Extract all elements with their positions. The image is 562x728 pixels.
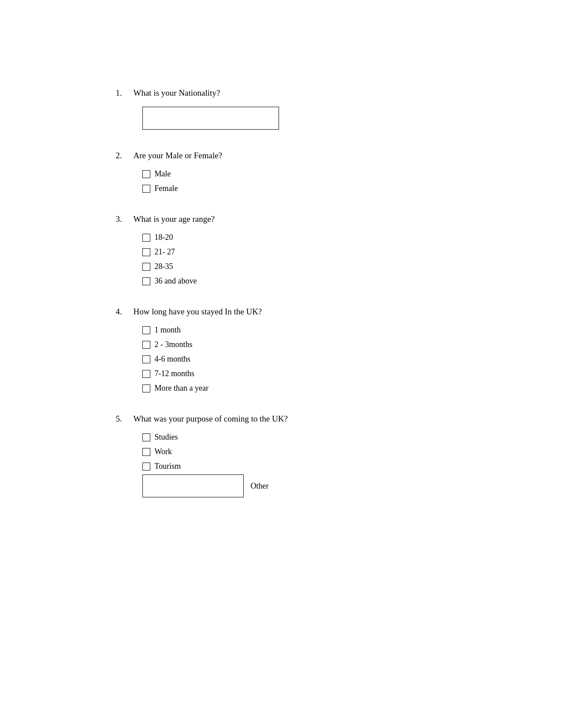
checkbox-more-than-year[interactable]: [142, 385, 150, 392]
checkbox-18-20[interactable]: [142, 234, 150, 242]
question-label-5: 5. What was your purpose of coming to th…: [116, 414, 447, 424]
question-text-5: What was your purpose of coming to the U…: [134, 414, 288, 424]
option-label-tourism: Tourism: [155, 462, 181, 471]
question-block-2: 2. Are your Male or Female? Male Female: [116, 151, 447, 193]
other-input[interactable]: [142, 474, 244, 497]
option-label-studies: Studies: [155, 433, 178, 442]
question-text-1: What is your Nationality?: [134, 88, 220, 98]
option-label-2-3-months: 2 - 3months: [155, 340, 193, 349]
list-item[interactable]: Tourism: [142, 462, 447, 471]
list-item[interactable]: 21- 27: [142, 247, 447, 257]
checkbox-36-above[interactable]: [142, 277, 150, 285]
duration-options: 1 month 2 - 3months 4-6 months 7-12 mont…: [142, 325, 447, 393]
question-number-1: 1.: [116, 88, 128, 98]
list-item[interactable]: Studies: [142, 433, 447, 442]
question-label-2: 2. Are your Male or Female?: [116, 151, 447, 161]
question-number-3: 3.: [116, 214, 128, 224]
other-label: Other: [251, 482, 269, 491]
other-input-row: Other: [142, 474, 447, 497]
list-item[interactable]: 1 month: [142, 325, 447, 335]
checkbox-2-3-months[interactable]: [142, 341, 150, 349]
question-label-3: 3. What is your age range?: [116, 214, 447, 224]
question-label-4: 4. How long have you stayed In the UK?: [116, 307, 447, 317]
option-label-18-20: 18-20: [155, 233, 173, 242]
question-label-1: 1. What is your Nationality?: [116, 88, 447, 98]
list-item[interactable]: Female: [142, 184, 447, 193]
option-label-21-27: 21- 27: [155, 247, 175, 257]
checkbox-21-27[interactable]: [142, 248, 150, 256]
list-item[interactable]: 28-35: [142, 262, 447, 271]
question-number-4: 4.: [116, 307, 128, 317]
list-item[interactable]: 7-12 months: [142, 369, 447, 378]
question-text-4: How long have you stayed In the UK?: [134, 307, 262, 317]
question-number-2: 2.: [116, 151, 128, 161]
question-block-4: 4. How long have you stayed In the UK? 1…: [116, 307, 447, 393]
age-options: 18-20 21- 27 28-35 36 and above: [142, 233, 447, 286]
list-item[interactable]: More than a year: [142, 384, 447, 393]
question-text-3: What is your age range?: [134, 214, 215, 224]
option-label-work: Work: [155, 447, 172, 456]
survey-container: 1. What is your Nationality? 2. Are your…: [116, 88, 447, 497]
checkbox-male[interactable]: [142, 170, 150, 178]
option-label-28-35: 28-35: [155, 262, 173, 271]
question-block-5: 5. What was your purpose of coming to th…: [116, 414, 447, 497]
checkbox-tourism[interactable]: [142, 463, 150, 470]
option-label-more-than-year: More than a year: [155, 384, 208, 393]
list-item[interactable]: 2 - 3months: [142, 340, 447, 349]
list-item[interactable]: Work: [142, 447, 447, 456]
checkbox-4-6-months[interactable]: [142, 355, 150, 363]
checkbox-28-35[interactable]: [142, 263, 150, 271]
option-label-male: Male: [155, 169, 171, 179]
question-block-1: 1. What is your Nationality?: [116, 88, 447, 130]
question-number-5: 5.: [116, 414, 128, 424]
question-text-2: Are your Male or Female?: [134, 151, 223, 161]
checkbox-1-month[interactable]: [142, 326, 150, 334]
nationality-input[interactable]: [142, 107, 279, 130]
option-label-female: Female: [155, 184, 178, 193]
option-label-36-above: 36 and above: [155, 276, 197, 286]
gender-options: Male Female: [142, 169, 447, 193]
question-block-3: 3. What is your age range? 18-20 21- 27 …: [116, 214, 447, 286]
purpose-options: Studies Work Tourism: [142, 433, 447, 471]
option-label-1-month: 1 month: [155, 325, 181, 335]
option-label-4-6-months: 4-6 months: [155, 355, 191, 364]
checkbox-work[interactable]: [142, 448, 150, 456]
checkbox-female[interactable]: [142, 185, 150, 193]
option-label-7-12-months: 7-12 months: [155, 369, 195, 378]
checkbox-studies[interactable]: [142, 433, 150, 441]
list-item[interactable]: 36 and above: [142, 276, 447, 286]
checkbox-7-12-months[interactable]: [142, 370, 150, 378]
list-item[interactable]: 4-6 months: [142, 355, 447, 364]
list-item[interactable]: Male: [142, 169, 447, 179]
list-item[interactable]: 18-20: [142, 233, 447, 242]
